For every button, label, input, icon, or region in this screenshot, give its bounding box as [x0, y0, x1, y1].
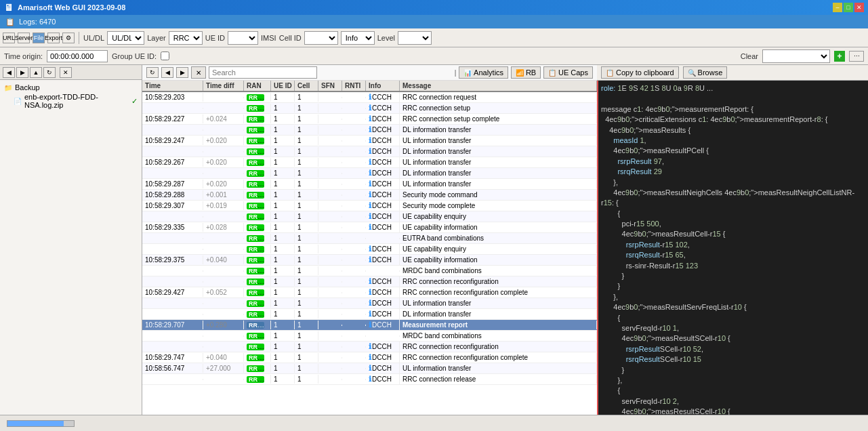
tree-item-log[interactable]: 📄 enb-export-TDD-FDD-NSA.log.zip ✓ [3, 92, 139, 110]
table-row[interactable]: RRC ◆ 1 1 EUTRA band combinations [142, 233, 597, 244]
search-input[interactable] [209, 66, 317, 79]
table-row[interactable]: RRC ◆ 1 1 ℹDCCH UE capability enquiry [142, 211, 597, 222]
tree-item-backup[interactable]: 📁 Backup [3, 83, 139, 92]
group-ue-checkbox[interactable] [161, 52, 169, 60]
nav-forward-button[interactable]: ▶ [16, 67, 28, 78]
table-row[interactable]: RRC ◆ 1 1 ℹDCCH DL information transfer [142, 146, 597, 157]
table-row[interactable]: 10:58:56.747 +27.000 RRC ▶ 1 1 ℹDCCH UL … [142, 363, 597, 374]
cell-rnti [342, 140, 366, 142]
cell-ueid: 1 [271, 277, 295, 286]
nav-server-button[interactable]: Server [18, 33, 30, 43]
table-row[interactable]: RRC ◆ 1 1 ℹCCCH RRC connection setup [142, 103, 597, 114]
left-panel: ◀ ▶ ▲ ↻ ✕ 📁 Backup 📄 enb-export-TDD-FDD-… [0, 65, 142, 415]
table-row[interactable]: RRC ◆ 1 1 ℹDCCH RRC connection reconfigu… [142, 342, 597, 352]
ue-caps-button[interactable]: 📋 UE Caps [543, 66, 593, 79]
cell-time [142, 249, 203, 250]
layer-select[interactable]: RRC [169, 31, 203, 45]
table-row[interactable]: 10:58:29.247 +0.020 RRC ▶ 1 1 ℹDCCH UL i… [142, 136, 597, 146]
forward-button[interactable]: ▶ [176, 67, 188, 78]
cell-time [142, 314, 203, 315]
col-header-ueid: UE ID [271, 81, 295, 91]
table-row[interactable]: RRC ◆ 1 1 MRDC band combinations [142, 266, 597, 276]
cell-id-label: Cell ID [279, 34, 302, 42]
table-row[interactable]: 10:58:29.335 +0.028 RRC ▶ 1 1 ℹDCCH UE c… [142, 222, 597, 233]
filter-options-button[interactable]: ⋯ [849, 51, 864, 62]
table-row[interactable]: 10:58:29.227 +0.024 RRC ▶ 1 1 ℹDCCH RRC … [142, 114, 597, 125]
nav-url-button[interactable]: URL [3, 33, 15, 43]
table-row[interactable]: RRC ◆ 1 1 ℹDCCH DL information transfer [142, 125, 597, 136]
table-row[interactable]: 10:58:29.707 +0.280 RRC ▶ 1 1 ℹDCCH Meas… [142, 320, 597, 331]
refresh-button[interactable]: ↻ [146, 67, 159, 78]
cell-info: ℹDCCH [366, 255, 400, 265]
cell-rnti [342, 325, 366, 326]
cell-rnti [342, 216, 366, 218]
clear-select[interactable] [762, 49, 830, 63]
cell-rnti [342, 119, 366, 120]
table-row[interactable]: RRC ◆ 1 1 ℹDCCH UE capability enquiry [142, 244, 597, 255]
code-panel: role: 1E 9S 42 1S 8U 0a 9R 8U ... messag… [597, 81, 868, 415]
nav-up-button[interactable]: ▲ [30, 67, 42, 78]
cell-ran: RRC ▶ [244, 364, 271, 373]
close-button[interactable]: ✕ [854, 3, 864, 12]
cell-diff: +0.020 [203, 158, 244, 167]
back-button[interactable]: ◀ [161, 67, 173, 78]
cell-message: RRC connection request [400, 93, 597, 102]
table-row[interactable]: 10:58:29.427 +0.052 RRC ▶ 1 1 ℹDCCH RRC … [142, 287, 597, 298]
cell-time: 10:58:29.287 [142, 180, 203, 188]
copy-clipboard-button[interactable]: 📋 Copy to clipboard [601, 66, 679, 79]
cell-time [142, 270, 203, 272]
table-row[interactable]: 10:58:29.747 +0.040 RRC ▶ 1 1 ℹDCCH RRC … [142, 352, 597, 363]
table-row[interactable]: RRC ◆ 1 1 ℹDCCH RRC connection reconfigu… [142, 276, 597, 287]
nav-back-button[interactable]: ◀ [3, 67, 15, 78]
nav-export-button[interactable]: Export [47, 33, 60, 43]
browse-button[interactable]: 🔍 Browse [683, 66, 728, 79]
cell-message: RRC connection setup complete [400, 115, 597, 123]
table-row[interactable]: 10:58:29.287 +0.020 RRC ▶ 1 1 ℹDCCH UL i… [142, 179, 597, 190]
rb-button[interactable]: 📶 RB [511, 66, 541, 79]
ue-id-select[interactable] [228, 31, 258, 45]
cell-info: ℹDCCH [366, 211, 400, 222]
nav-refresh-button[interactable]: ↻ [43, 67, 56, 78]
table-row[interactable]: RRC ◆ 1 1 ℹDCCH UL information transfer [142, 298, 597, 309]
table-row[interactable]: RRC ◆ 1 1 ℹDCCH DL information transfer [142, 168, 597, 179]
maximize-button[interactable]: □ [844, 3, 853, 12]
nav-settings-button[interactable]: ⚙ [62, 33, 75, 43]
cell-diff [203, 151, 244, 152]
analytics-button[interactable]: 📊 Analytics [459, 66, 508, 79]
imsi-label: IMSI [261, 34, 276, 42]
cell-ueid: 1 [271, 321, 295, 329]
table-row[interactable]: 10:58:29.307 +0.019 RRC ▶ 1 1 ℹDCCH Secu… [142, 201, 597, 211]
main-toolbar: URL Server File Export ⚙ UL/DL UL/DL Lay… [0, 28, 868, 47]
table-row[interactable]: RRC ◆ 1 1 MRDC band combinations [142, 331, 597, 342]
cell-sfn [318, 303, 342, 304]
info-select[interactable]: Info [341, 31, 375, 45]
cell-time: 10:58:29.375 [142, 255, 203, 264]
nav-file-button[interactable]: File [33, 33, 45, 43]
ul-dl-select[interactable]: UL/DL [107, 31, 144, 45]
cell-rnti [342, 303, 366, 304]
cell-cell: 1 [295, 93, 318, 102]
table-row[interactable]: RRC ◆ 1 1 ℹDCCH RRC connection release [142, 374, 597, 385]
cell-ran: RRC ◆ [244, 104, 271, 112]
minimize-button[interactable]: – [833, 3, 842, 12]
divider-1 [79, 32, 79, 44]
add-filter-button[interactable]: + [834, 51, 845, 62]
cell-rnti [342, 335, 366, 337]
cell-id-select[interactable] [304, 31, 338, 45]
cell-diff: +0.280 [203, 321, 244, 329]
table-row[interactable]: RRC ◆ 1 1 ℹDCCH DL information transfer [142, 309, 597, 320]
table-row[interactable]: 10:58:29.267 +0.020 RRC ▶ 1 1 ℹDCCH UL i… [142, 157, 597, 168]
cell-message: UE capability enquiry [400, 212, 597, 221]
cell-info [366, 335, 400, 337]
cell-info: ℹDCCH [366, 222, 400, 232]
level-select[interactable] [398, 31, 432, 45]
cell-diff [203, 249, 244, 250]
search-clear-button[interactable]: ✕ [191, 66, 206, 79]
table-row[interactable]: 10:58:29.203 RRC ◆ 1 1 ℹCCCH RRC connect… [142, 92, 597, 103]
close-panel-button[interactable]: ✕ [60, 67, 72, 78]
table-row[interactable]: 10:58:29.375 +0.040 RRC ▶ 1 1 ℹDCCH UE c… [142, 255, 597, 266]
right-section: 📋 Copy to clipboard 🔍 Browse role: 1E 9S… [597, 65, 868, 415]
table-row[interactable]: 10:58:29.288 +0.001 RRC ◆ 1 1 ℹDCCH Secu… [142, 190, 597, 201]
time-origin-input[interactable] [47, 50, 108, 62]
cell-cell: 1 [295, 245, 318, 253]
